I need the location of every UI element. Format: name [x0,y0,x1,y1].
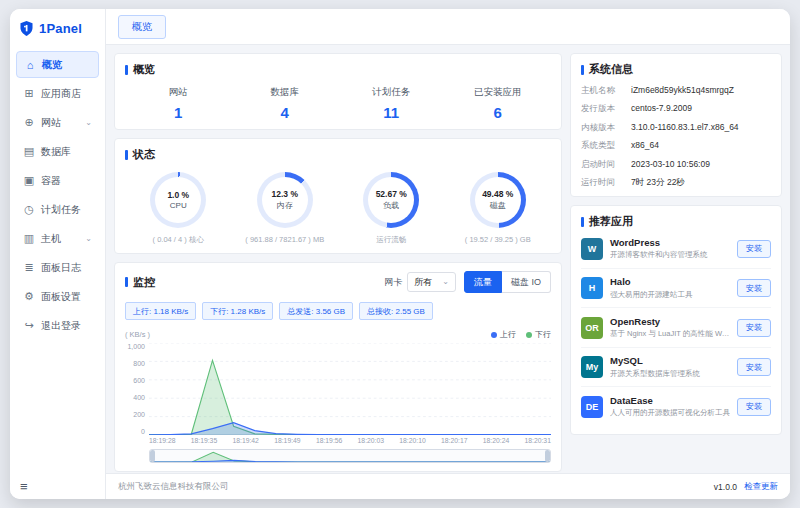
brand-shield-icon [18,20,35,37]
apps-grid-icon: ⊞ [23,87,35,100]
overview-card-title: 概览 [125,62,551,77]
tab-overview[interactable]: 概览 [118,15,166,39]
gauge-disk-ring: 49.48 % 磁盘 [470,172,526,228]
app-row-openresty: OR OpenResty 基于 Nginx 与 LuaJIT 的高性能 Web … [581,308,771,348]
sysinfo-row-distro: 发行版本 centos-7.9.2009 [581,103,771,114]
status-card: 状态 1.0 % CPU ( 0.04 / 4 ) 核心 [114,138,562,254]
sidebar-item-label: 计划任务 [41,203,81,217]
sidebar-item-label: 面板日志 [41,261,81,275]
stat-cronjobs: 计划任务 11 [338,86,445,121]
stat-label: 网站 [125,86,232,99]
sidebar-item-logout[interactable]: ↪ 退出登录 [16,312,99,339]
sidebar-item-website[interactable]: ⊕ 网站 ⌄ [16,109,99,136]
install-dataease-button[interactable]: 安装 [737,398,771,416]
log-document-icon: ≣ [23,261,35,274]
monitor-icon: ▥ [23,232,35,245]
halo-logo-icon: H [581,277,603,299]
stat-databases: 数据库 4 [232,86,339,121]
app-name: MySQL [610,355,730,366]
system-info-title: 系统信息 [581,62,771,77]
chip-total-received: 总接收: 2.55 GB [359,302,433,320]
sidebar-item-container[interactable]: ▣ 容器 [16,167,99,194]
gauge-disk: 49.48 % 磁盘 ( 19.52 / 39.25 ) GB [445,172,552,245]
gauge-subtext: ( 0.04 / 4 ) 核心 [153,235,204,245]
stat-value[interactable]: 6 [445,104,552,121]
sysinfo-row-kernel: 内核版本 3.10.0-1160.83.1.el7.x86_64 [581,122,771,133]
app-description: 开源博客软件和内容管理系统 [610,250,730,260]
sidebar-item-cron[interactable]: ◷ 计划任务 [16,196,99,223]
legend-down-dot [526,332,532,338]
gauge-value: 12.3 % [272,189,298,199]
openresty-logo-icon: OR [581,317,603,339]
chip-download-rate: 下行: 1.28 KB/s [202,302,273,320]
install-halo-button[interactable]: 安装 [737,279,771,297]
status-gauges: 1.0 % CPU ( 0.04 / 4 ) 核心 12.3 % 内存 [125,172,551,245]
gauge-name: 磁盘 [490,200,506,211]
nic-select[interactable]: 所有 ⌄ [407,272,456,292]
stat-value[interactable]: 4 [232,104,339,121]
system-info-card: 系统信息 主机名称 iZm6e8d59ykk51q4smrgqZ 发行版本 ce… [570,53,782,197]
sidebar-item-app-store[interactable]: ⊞ 应用商店 [16,80,99,107]
stat-installed-apps: 已安装应用 6 [445,86,552,121]
sidebar-item-panel-settings[interactable]: ⚙ 面板设置 [16,283,99,310]
footer: 杭州飞致云信息科技有限公司 v1.0.0 检查更新 [106,473,790,499]
install-mysql-button[interactable]: 安装 [737,358,771,376]
chevron-down-icon: ⌄ [85,234,92,243]
traffic-button[interactable]: 流量 [464,271,502,293]
title-accent-bar [581,65,584,75]
sidebar-item-label: 概览 [42,58,62,72]
brush-right-handle[interactable] [545,450,550,462]
chip-total-sent: 总发送: 3.56 GB [279,302,353,320]
brush-left-handle[interactable] [150,450,155,462]
title-accent-bar [125,150,128,160]
install-openresty-button[interactable]: 安装 [737,319,771,337]
sidebar-item-panel-logs[interactable]: ≣ 面板日志 [16,254,99,281]
sidebar-item-database[interactable]: ▤ 数据库 [16,138,99,165]
gauge-subtext: 运行流畅 [376,235,406,245]
check-update-link[interactable]: 检查更新 [744,481,778,493]
sidebar-item-host[interactable]: ▥ 主机 ⌄ [16,225,99,252]
app-name: OpenResty [610,316,730,327]
sidebar-item-overview[interactable]: ⌂ 概览 [16,51,99,78]
recommended-apps-card: 推荐应用 W WordPress 开源博客软件和内容管理系统 安装 H H [570,205,782,435]
legend-item-down[interactable]: 下行 [526,329,551,340]
stat-value[interactable]: 11 [338,104,445,121]
stat-websites: 网站 1 [125,86,232,121]
gauge-value: 1.0 % [167,190,189,200]
chevron-down-icon: ⌄ [442,280,449,284]
chart-zoom-brush[interactable] [149,449,551,463]
collapse-sidebar-button[interactable]: ≡ [10,473,105,499]
app-name: DataEase [610,395,730,406]
disk-io-button[interactable]: 磁盘 IO [502,271,551,293]
sidebar-item-label: 应用商店 [41,87,81,101]
wordpress-logo-icon: W [581,238,603,260]
app-row-dataease: DE DataEase 人人可用的开源数据可视化分析工具 安装 [581,387,771,426]
stat-value[interactable]: 1 [125,104,232,121]
stat-label: 已安装应用 [445,86,552,99]
app-name: WordPress [610,237,730,248]
home-icon: ⌂ [24,59,36,71]
sidebar-item-label: 面板设置 [41,290,81,304]
legend-item-up[interactable]: 上行 [491,329,516,340]
gauge-subtext: ( 961.88 / 7821.67 ) MB [245,235,324,244]
gauge-load: 52.67 % 负载 运行流畅 [338,172,445,245]
gauge-value: 52.67 % [376,189,407,199]
sidebar-item-label: 容器 [41,174,61,188]
chip-upload-rate: 上行: 1.18 KB/s [125,302,196,320]
monitor-stat-chips: 上行: 1.18 KB/s 下行: 1.28 KB/s 总发送: 3.56 GB… [125,302,551,320]
sidebar-item-label: 数据库 [41,145,71,159]
gauge-name: CPU [170,201,187,210]
install-wordpress-button[interactable]: 安装 [737,240,771,258]
overview-card: 概览 网站 1 数据库 4 计划任务 11 [114,53,562,130]
app-row-halo: H Halo 强大易用的开源建站工具 安装 [581,269,771,309]
y-axis-ticks: 1,000 800 600 400 200 0 [125,343,145,435]
sysinfo-row-hostname: 主机名称 iZm6e8d59ykk51q4smrgqZ [581,85,771,96]
dataease-logo-icon: DE [581,396,603,418]
sidebar: 1Panel ⌂ 概览 ⊞ 应用商店 ⊕ 网站 ⌄ ▤ 数据库 ▣ 容器 [10,9,106,499]
sidebar-menu: ⌂ 概览 ⊞ 应用商店 ⊕ 网站 ⌄ ▤ 数据库 ▣ 容器 ◷ 计划 [10,47,105,473]
app-row-mysql: My MySQL 开源关系型数据库管理系统 安装 [581,348,771,388]
app-description: 开源关系型数据库管理系统 [610,369,730,379]
main-area: 概览 概览 网站 1 数据库 [106,9,790,499]
globe-icon: ⊕ [23,116,35,129]
traffic-chart: 1,000 800 600 400 200 0 [125,343,551,435]
